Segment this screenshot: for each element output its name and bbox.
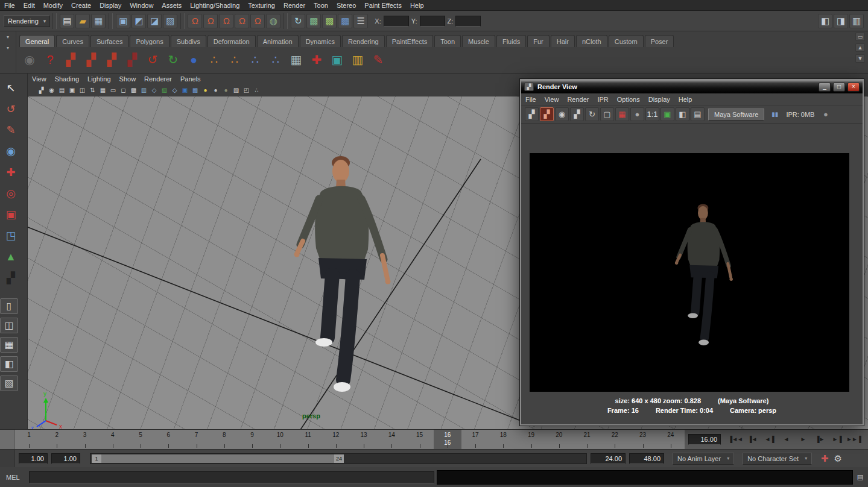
vp-light-off-icon[interactable]: ● [221,86,231,95]
construction-history-icon[interactable]: ↻ [291,14,305,28]
vp-wireframe-icon[interactable]: ◇ [169,86,180,95]
menu-item-paint-effects[interactable]: Paint Effects [360,0,406,11]
script-editor-icon[interactable]: ▤ [855,470,866,485]
rotate-tool-icon[interactable]: ◎ [0,183,22,203]
attribute-editor-toggle-icon[interactable]: ◧ [818,14,832,28]
paint-brush-icon[interactable]: ✎ [369,50,388,69]
vp-shaded-icon[interactable]: ▣ [180,86,190,95]
menu-item-assets[interactable]: Assets [157,0,186,11]
channel-box-toggle-icon[interactable]: ▥ [849,14,864,28]
show-manipulator-icon[interactable]: ▲ [0,247,22,266]
command-output-area[interactable] [437,470,853,485]
time-slider-grip[interactable] [0,430,15,449]
timeline-frame-9[interactable]: 9 [238,430,266,449]
x-input[interactable] [384,16,409,27]
timeline-frame-10[interactable]: 10 [266,430,294,449]
paint-effects-swirl-icon[interactable]: ↺ [143,50,162,69]
vp-light-on-icon[interactable]: ● [200,86,211,95]
menu-set-selector[interactable]: Rendering ▾ [4,15,50,27]
highlight-selection-icon[interactable]: ▨ [163,14,177,28]
layout-four-pane-icon[interactable]: ▦ [0,337,18,353]
timeline-frame-1[interactable]: 1 [15,430,43,449]
shelf-tab-polygons[interactable]: Polygons [130,35,169,47]
go-to-start-button[interactable]: ▐◄◄ [727,433,743,446]
step-forward-frame-button[interactable]: ▐► [812,433,828,446]
vp-gate-mask-icon[interactable]: ▩ [128,86,139,95]
menu-item-display[interactable]: Display [644,94,674,105]
select-by-hierarchy-icon[interactable]: ▣ [116,14,130,28]
timeline-frame-22[interactable]: 22 [601,430,629,449]
step-back-key-button[interactable]: ▐◄ [744,433,760,446]
display-real-size-icon[interactable]: ▣ [661,107,674,121]
shelf-tab-ncloth[interactable]: nCloth [576,35,607,47]
shelf-tab-fur[interactable]: Fur [527,35,550,47]
shelf-tab-fluids[interactable]: Fluids [496,35,526,47]
shelf-tab-custom[interactable]: Custom [609,35,644,47]
camera-aim-icon[interactable]: ▞ [81,50,101,69]
character-set-selector[interactable]: No Character Set ▾ [743,453,812,465]
shelf-tab-painteffects[interactable]: PaintEffects [386,35,434,47]
play-backwards-button[interactable]: ◄ [778,433,794,446]
vp-textured-icon[interactable]: ▩ [190,86,200,95]
ipr-render-icon[interactable]: ▩ [338,14,352,28]
range-end-handle[interactable]: 24 [334,454,344,463]
container-icon[interactable]: ▣ [328,50,347,69]
vp-grid-icon[interactable]: ▦ [98,86,108,95]
soft-mod-tool-icon[interactable]: ◉ [0,141,22,161]
timeline-frame-3[interactable]: 3 [71,430,99,449]
open-scene-icon[interactable]: ▰ [75,14,90,28]
timeline-frame-6[interactable]: 6 [154,430,182,449]
universal-manipulator-icon[interactable]: ◳ [0,225,22,245]
timeline-frame-4[interactable]: 4 [99,430,127,449]
time-slider[interactable]: 1234567891011121314151616171819202122232… [0,429,868,449]
snapshot-icon[interactable]: ◉ [555,107,569,121]
menu-item-help[interactable]: Help [406,0,428,11]
playback-end-field[interactable]: 24.00 [591,453,626,464]
animation-end-field[interactable]: 48.00 [629,453,664,464]
make-live-icon[interactable]: ◍ [266,14,280,28]
range-slider-bar[interactable]: 1 24 [92,454,344,463]
range-slider-grip[interactable] [0,450,15,467]
vp-camera-attributes-icon[interactable]: ▤ [57,86,67,95]
vp-isolate-select-icon[interactable]: ▨ [231,86,241,95]
layout-persp-outliner-icon[interactable]: ◧ [0,356,18,372]
select-by-object-icon[interactable]: ◩ [131,14,146,28]
timeline-frame-23[interactable]: 23 [629,430,657,449]
render-view-titlebar[interactable]: ▞ Render View _□× [521,80,863,93]
vp-xray-icon[interactable]: ◰ [241,86,252,95]
menu-item-view[interactable]: View [28,74,51,84]
asset-boxes-icon[interactable]: ▥ [348,50,367,69]
current-frame-field[interactable]: 16.00 [688,434,721,445]
z-input[interactable] [455,16,481,27]
help-icon[interactable]: ? [40,50,60,69]
menu-item-toon[interactable]: Toon [309,0,332,11]
paint-select-tool-icon[interactable]: ✎ [0,120,22,140]
layout-hypershade-icon[interactable]: ▧ [0,375,18,391]
shelf-tab-general[interactable]: General [19,35,55,47]
tool-settings-toggle-icon[interactable]: ◨ [834,14,848,28]
auto-keyframe-icon[interactable]: ✚ [819,451,831,466]
y-input[interactable] [420,16,445,27]
minimize-button[interactable]: _ [819,83,831,92]
menu-item-options[interactable]: Options [613,94,644,105]
menu-item-edit[interactable]: Edit [19,0,39,11]
alpha-channel-icon[interactable]: ● [630,107,644,121]
snap-to-view-plane-icon[interactable]: Ω [250,14,265,28]
shelf-tab-rendering[interactable]: Rendering [342,35,385,47]
ik-handle-icon[interactable]: ∴ [225,50,244,69]
shelf-scroll-down-icon[interactable]: ▼ [855,54,865,63]
menu-item-panels[interactable]: Panels [176,74,205,84]
vp-safe-title-icon[interactable]: ▧ [159,86,169,95]
snap-to-grid-icon[interactable]: Ω [188,14,202,28]
anim-layer-selector[interactable]: No Anim Layer ▾ [673,453,734,465]
refresh-ipr-icon[interactable]: ↻ [585,107,599,121]
timeline-frame-18[interactable]: 18 [489,430,517,449]
vp-image-plane-icon[interactable]: ◫ [77,86,87,95]
shelf-tab-deformation[interactable]: Deformation [207,35,256,47]
timeline-frame-12[interactable]: 12 [322,430,350,449]
vp-field-chart-icon[interactable]: ▥ [139,86,149,95]
stereo-camera-icon[interactable]: ▞ [122,50,142,69]
timeline-frame-5[interactable]: 5 [127,430,154,449]
vp-resolution-gate-icon[interactable]: ◻ [118,86,128,95]
shelf-tab-surfaces[interactable]: Surfaces [90,35,128,47]
